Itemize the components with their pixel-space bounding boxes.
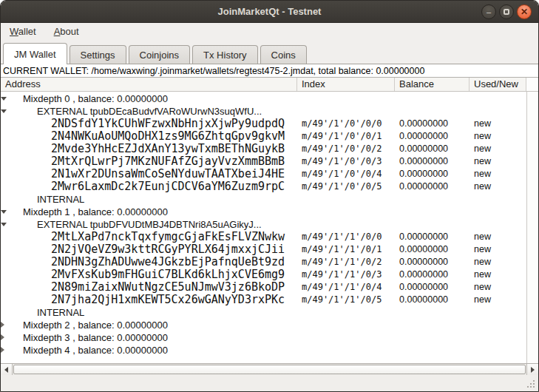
balance-cell: 0.00000000 [395, 118, 469, 129]
balance-cell: 0.00000000 [395, 143, 469, 154]
address-cell: 2MtLXaPd7nckTqxfymgcGjaFkEsFLVZNwkw [1, 230, 297, 243]
horizontal-scrollbar[interactable] [1, 363, 538, 375]
tree-row[interactable]: Mixdepth 1 , balance: 0.00000000 [1, 205, 526, 217]
horizontal-scroll-track[interactable] [13, 364, 526, 375]
column-header-used-new[interactable]: Used/New [469, 78, 526, 91]
menu-about[interactable]: About [52, 24, 81, 38]
tree-row[interactable]: 2Mwr6LaxmDc2k7EunjCDCV6aYM6Zuzm9rpC m/49… [1, 180, 526, 192]
expand-arrow-icon[interactable] [1, 322, 4, 328]
tree-row[interactable]: 2NDSfdY1YkCUhWFzwxNbHnjxXjwPy9udpdQ m/49… [1, 117, 526, 129]
index-cell: m/49'/1'/1'/0/4 [297, 282, 395, 292]
maximize-button[interactable] [499, 4, 514, 19]
tree-row[interactable]: Mixdepth 3 , balance: 0.00000000 [1, 331, 526, 343]
tree-rows: Mixdepth 0 , balance: 0.00000000 EXTERNA… [1, 92, 526, 363]
tree-row[interactable]: 2N2jVQeVZ9w3kttRCGyPYRLX64jmxxjCJii m/49… [1, 243, 526, 255]
tab-settings[interactable]: Settings [70, 45, 126, 64]
row-label: EXTERNAL tpubDEcaBudvfVARoWUrwN3suqWfU..… [37, 105, 262, 116]
tree-row[interactable]: 2N1wXr2DUnsaWmCoSeNYduwTAATXbeiJ4HE m/49… [1, 167, 526, 180]
column-header-address[interactable]: Address [1, 78, 297, 91]
window-title: JoinMarketQt - Testnet [218, 6, 322, 17]
row-label: Mixdepth 3 , balance: 0.00000000 [23, 331, 168, 342]
status-bar [1, 375, 538, 391]
tree-row[interactable]: 2MtLXaPd7nckTqxfymgcGjaFkEsFLVZNwkw m/49… [1, 230, 526, 243]
index-cell: m/49'/1'/1'/0/1 [297, 244, 395, 254]
tree-row[interactable]: 2Mvde3YhHcEZJdXAnY13ywTxmBEThNGuykB m/49… [1, 142, 526, 155]
close-button[interactable]: ✕ [517, 4, 532, 19]
row-label: 2MtXrQLwrPj7MKzNUFAfZGjayVvzXmmBBmB [51, 155, 285, 168]
tab-bar: JM Wallet Settings Coinjoins Tx History … [1, 40, 538, 64]
status-cell: new [469, 131, 526, 141]
tree-row[interactable]: 2MtXrQLwrPj7MKzNUFAfZGjayVvzXmmBBmB m/49… [1, 155, 526, 167]
horizontal-scroll-thumb[interactable] [13, 365, 526, 374]
row-label: 2MvFXsKub9mFHGuiC7BLKd6kLhjxCVE6mg9 [51, 268, 285, 281]
balance-cell: 0.00000000 [395, 294, 469, 305]
expand-arrow-icon[interactable] [1, 97, 7, 101]
address-cell: 2N89miZaixNWutNgzCE5uNJmwV3jz6BkoDP [1, 280, 297, 293]
tree-row[interactable]: EXTERNAL tpubDEcaBudvfVARoWUrwN3suqWfU..… [1, 104, 526, 117]
status-cell: new [469, 232, 526, 242]
menu-wallet[interactable]: Wallet [8, 24, 38, 38]
tree-body: Mixdepth 0 , balance: 0.00000000 EXTERNA… [1, 92, 538, 363]
tree-row[interactable]: 2N4NWKuAoUMQoDHX1zs9MG6ZhtqGpv9gkvM m/49… [1, 129, 526, 142]
balance-cell: 0.00000000 [395, 181, 469, 192]
column-header-balance[interactable]: Balance [395, 78, 469, 91]
scroll-right-icon [531, 367, 535, 373]
tree-row[interactable]: 2N89miZaixNWutNgzCE5uNJmwV3jz6BkoDP m/49… [1, 280, 526, 293]
status-cell: new [469, 156, 526, 166]
scroll-right-button[interactable] [526, 364, 538, 375]
row-label: 2N1wXr2DUnsaWmCoSeNYduwTAATXbeiJ4HE [51, 167, 285, 180]
minimize-icon: – [487, 8, 491, 16]
column-header-index[interactable]: Index [297, 78, 395, 91]
tab-coins[interactable]: Coins [260, 45, 307, 64]
expand-arrow-icon[interactable] [1, 347, 4, 353]
tab-label: JM Wallet [14, 49, 56, 60]
close-icon: ✕ [521, 7, 528, 16]
address-cell: EXTERNAL tpubDFVUDtMBJ4DBTNri8A5uAGikyJ.… [1, 217, 297, 230]
title-bar[interactable]: JoinMarketQt - Testnet – ✕ [1, 1, 538, 23]
expand-arrow-icon[interactable] [1, 334, 4, 340]
balance-cell: 0.00000000 [395, 282, 469, 292]
tree-row[interactable]: INTERNAL [1, 192, 526, 205]
row-label: 2N7jha2QjH1xmKEWT5Cx26wGANyYD3rxPKc [51, 293, 285, 306]
expand-arrow-icon[interactable] [1, 223, 7, 226]
tree-header: Address Index Balance Used/New [1, 78, 538, 92]
status-cell: new [469, 169, 526, 179]
address-cell: 2N1wXr2DUnsaWmCoSeNYduwTAATXbeiJ4HE [1, 167, 297, 180]
scroll-left-button[interactable] [1, 364, 13, 375]
address-cell: 2MvFXsKub9mFHGuiC7BLKd6kLhjxCVE6mg9 [1, 268, 297, 280]
tree-row[interactable]: 2N7jha2QjH1xmKEWT5Cx26wGANyYD3rxPKc m/49… [1, 293, 526, 305]
tab-tx-history[interactable]: Tx History [192, 45, 258, 64]
row-label: 2Mwr6LaxmDc2k7EunjCDCV6aYM6Zuzm9rpC [51, 180, 285, 193]
tab-label: Coinjoins [140, 50, 179, 61]
tree-row[interactable]: EXTERNAL tpubDFVUDtMBJ4DBTNri8A5uAGikyJ.… [1, 217, 526, 230]
expand-arrow-icon[interactable] [1, 109, 7, 113]
tab-coinjoins[interactable]: Coinjoins [129, 45, 190, 64]
tab-jm-wallet[interactable]: JM Wallet [3, 43, 67, 64]
tree-row[interactable]: Mixdepth 0 , balance: 0.00000000 [1, 92, 526, 104]
resize-grip-icon[interactable] [526, 379, 535, 388]
tree-row[interactable]: 2NDHN3gZhADUwwe4JGkzbEjPafnqUeBt9zd m/49… [1, 255, 526, 268]
wallet-tree: Address Index Balance Used/New Mixdepth … [1, 77, 538, 375]
tree-row[interactable]: INTERNAL [1, 305, 526, 318]
status-cell: new [469, 282, 526, 292]
minimize-button[interactable]: – [481, 4, 496, 19]
address-cell: 2N4NWKuAoUMQoDHX1zs9MG6ZhtqGpv9gkvM [1, 129, 297, 142]
address-cell: Mixdepth 4 , balance: 0.00000000 [1, 343, 297, 356]
maximize-icon [504, 9, 509, 15]
index-cell: m/49'/1'/0'/0/2 [297, 143, 395, 154]
row-label: Mixdepth 0 , balance: 0.00000000 [23, 92, 168, 104]
vertical-scrollbar[interactable] [526, 92, 538, 363]
tree-row[interactable]: Mixdepth 2 , balance: 0.00000000 [1, 318, 526, 331]
row-label: Mixdepth 2 , balance: 0.00000000 [23, 319, 168, 330]
row-label: 2N2jVQeVZ9w3kttRCGyPYRLX64jmxxjCJii [51, 243, 285, 256]
address-cell: Mixdepth 0 , balance: 0.00000000 [1, 92, 297, 104]
tree-row[interactable]: Mixdepth 4 , balance: 0.00000000 [1, 343, 526, 356]
row-label: 2N89miZaixNWutNgzCE5uNJmwV3jz6BkoDP [51, 280, 285, 294]
tree-row[interactable]: 2MvFXsKub9mFHGuiC7BLKd6kLhjxCVE6mg9 m/49… [1, 268, 526, 280]
index-cell: m/49'/1'/1'/0/5 [297, 294, 395, 305]
header-spacer [526, 78, 538, 91]
expand-arrow-icon[interactable] [1, 210, 7, 214]
row-label: Mixdepth 1 , balance: 0.00000000 [23, 206, 168, 217]
index-cell: m/49'/1'/1'/0/3 [297, 269, 395, 280]
address-cell: 2Mwr6LaxmDc2k7EunjCDCV6aYM6Zuzm9rpC [1, 180, 297, 192]
